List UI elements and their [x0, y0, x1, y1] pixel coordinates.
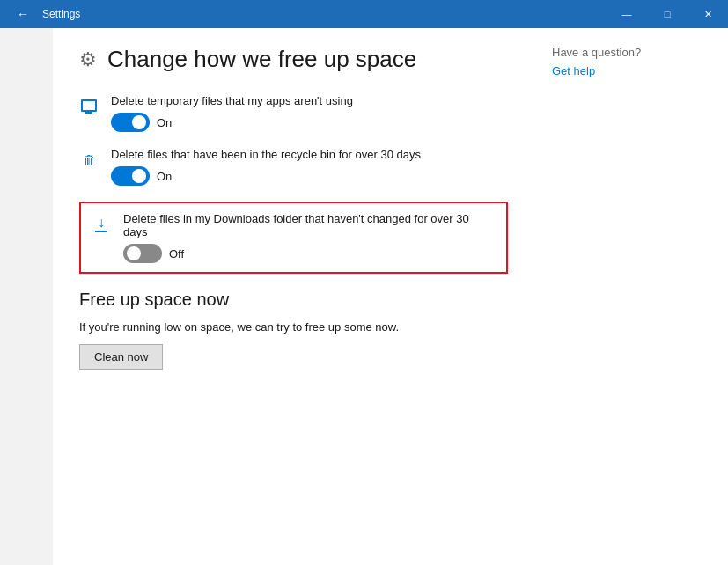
sidebar	[0, 28, 53, 565]
clean-now-button[interactable]: Clean now	[79, 344, 163, 370]
recycle-bin-toggle-label: On	[157, 170, 172, 183]
close-button[interactable]: ✕	[688, 0, 728, 28]
temp-files-toggle-label: On	[157, 116, 172, 129]
downloads-toggle-knob	[127, 246, 141, 260]
setting-downloads-content: Delete files in my Downloads folder that…	[123, 212, 496, 263]
setting-temp-files-label: Delete temporary files that my apps aren…	[111, 94, 353, 107]
titlebar-controls: — □ ✕	[607, 0, 728, 28]
setting-recycle-bin-label: Delete files that have been in the recyc…	[111, 148, 421, 161]
bin-icon: 🗑	[79, 150, 99, 169]
setting-recycle-bin: 🗑 Delete files that have been in the rec…	[79, 148, 508, 186]
temp-files-toggle-wrapper: On	[111, 113, 353, 132]
monitor-icon	[79, 96, 99, 115]
titlebar: ← Settings — □ ✕	[0, 0, 728, 28]
window: ← Settings — □ ✕ ⚙ Change how we free up…	[0, 0, 728, 565]
free-space-desc: If you're running low on space, we can t…	[79, 320, 508, 334]
page-title-text: Change how we free up space	[107, 46, 416, 73]
back-button[interactable]: ←	[11, 2, 35, 26]
downloads-toggle-wrapper: Off	[123, 244, 496, 263]
setting-recycle-bin-content: Delete files that have been in the recyc…	[111, 148, 421, 186]
page-title: ⚙ Change how we free up space	[79, 46, 508, 73]
minimize-button[interactable]: —	[607, 0, 647, 28]
help-title: Have a question?	[552, 46, 710, 59]
settings-icon: ⚙	[79, 48, 97, 71]
temp-files-toggle[interactable]	[111, 113, 150, 132]
recycle-bin-toggle-knob	[132, 169, 146, 183]
setting-temp-files-content: Delete temporary files that my apps aren…	[111, 94, 353, 132]
setting-downloads-label: Delete files in my Downloads folder that…	[123, 212, 496, 238]
setting-downloads-highlighted: ↓ Delete files in my Downloads folder th…	[79, 202, 508, 274]
download-icon: ↓	[92, 214, 111, 233]
maximize-button[interactable]: □	[647, 0, 688, 28]
downloads-toggle[interactable]	[123, 244, 162, 263]
titlebar-title: Settings	[42, 8, 80, 20]
help-panel: Have a question? Get help	[534, 28, 728, 565]
get-help-link[interactable]: Get help	[552, 64, 595, 77]
titlebar-left: ← Settings	[11, 2, 80, 26]
recycle-bin-toggle-wrapper: On	[111, 166, 421, 186]
free-space-title: Free up space now	[79, 290, 508, 310]
setting-temp-files: Delete temporary files that my apps aren…	[79, 94, 508, 132]
main-content: ⚙ Change how we free up space Delete tem…	[53, 28, 534, 565]
downloads-toggle-label: Off	[169, 247, 184, 260]
temp-files-toggle-knob	[132, 115, 146, 129]
recycle-bin-toggle[interactable]	[111, 166, 150, 186]
content-area: ⚙ Change how we free up space Delete tem…	[0, 28, 728, 565]
